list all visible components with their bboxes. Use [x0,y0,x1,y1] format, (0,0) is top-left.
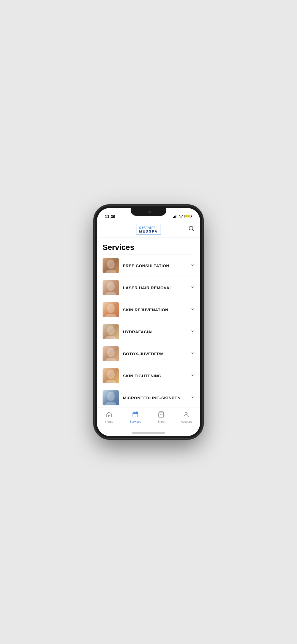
service-item-botox-juvederm[interactable]: BOTOX-JUVEDERM [97,343,200,365]
status-time: 11:39 [105,214,115,219]
svg-rect-10 [135,415,136,415]
chevron-free-consultation [191,263,194,268]
page-title: Services [97,238,200,255]
svg-point-5 [107,348,115,357]
service-label-free-consultation: FREE CONSULTATION [123,263,188,268]
chevron-skin-rejuvenation [191,307,194,312]
svg-rect-13 [135,416,136,416]
tab-shop[interactable]: Shop [153,410,169,424]
status-bar: 11:39 [97,208,200,221]
notch-camera [148,211,151,213]
signal-icon [173,215,178,218]
service-label-skin-tightening: SKIN TIGHTENING [123,373,188,378]
svg-point-3 [107,304,115,313]
home-indicator [97,430,200,436]
svg-point-7 [107,392,115,401]
logo-dermani: dermani [139,225,158,230]
account-icon [183,411,189,419]
svg-rect-9 [134,415,134,415]
tab-bar: Home Services [97,408,200,430]
screen: 11:39 [97,208,200,436]
service-thumb-free-consultation [103,258,119,273]
service-list: FREE CONSULTATIONLASER HAIR REMOVALSKIN … [97,255,200,408]
service-item-laser-hair-removal[interactable]: LASER HAIR REMOVAL [97,277,200,299]
chevron-botox-juvederm [191,351,194,356]
service-item-hydrafacial[interactable]: HYDRAFACIAL [97,321,200,343]
services-icon [132,411,139,419]
service-item-microneedling-skinpen[interactable]: MICRONEEDLING-SKINPEN [97,387,200,408]
svg-point-6 [107,370,115,379]
service-thumb-hydrafacial [103,324,119,339]
service-thumb-skin-tightening [103,368,119,383]
logo-medspa: MEDSPA [139,230,158,233]
logo: dermani MEDSPA [136,224,161,234]
svg-rect-12 [134,416,134,416]
service-thumb-skin-rejuvenation [103,302,119,317]
service-item-free-consultation[interactable]: FREE CONSULTATION [97,255,200,277]
service-label-microneedling-skinpen: MICRONEEDLING-SKINPEN [123,395,188,400]
phone-frame: 11:39 [95,206,202,438]
service-item-skin-tightening[interactable]: SKIN TIGHTENING [97,365,200,387]
app-header: dermani MEDSPA [97,221,200,238]
chevron-microneedling-skinpen [191,395,194,400]
wifi-icon [179,214,183,219]
service-thumb-laser-hair-removal [103,280,119,295]
chevron-hydrafacial [191,329,194,334]
tab-account-label: Account [181,420,192,423]
battery-icon [185,215,192,218]
svg-point-1 [107,260,115,269]
service-label-hydrafacial: HYDRAFACIAL [123,329,188,334]
svg-point-4 [107,326,115,335]
shop-icon [158,411,164,419]
search-button[interactable] [188,226,194,233]
svg-rect-11 [136,415,137,415]
chevron-laser-hair-removal [191,285,194,290]
service-label-skin-rejuvenation: SKIN REJUVENATION [123,307,188,312]
logo-border: dermani MEDSPA [136,224,161,234]
service-item-skin-rejuvenation[interactable]: SKIN REJUVENATION [97,299,200,321]
tab-shop-label: Shop [158,420,165,423]
tab-services-label: Services [130,420,141,423]
tab-services[interactable]: Services [125,410,145,424]
chevron-skin-tightening [191,373,194,378]
tab-account[interactable]: Account [177,410,196,424]
page-content: Services FREE CONSULTATIONLASER HAIR REM… [97,238,200,408]
tab-home[interactable]: Home [101,410,118,424]
service-thumb-microneedling-skinpen [103,390,119,405]
home-indicator-bar [132,432,165,434]
home-icon [106,411,112,419]
svg-point-2 [107,282,115,291]
status-icons [173,214,193,219]
notch [131,208,166,216]
svg-point-14 [185,412,187,414]
service-label-laser-hair-removal: LASER HAIR REMOVAL [123,285,188,290]
tab-home-label: Home [105,420,113,423]
service-thumb-botox-juvederm [103,346,119,361]
service-label-botox-juvederm: BOTOX-JUVEDERM [123,351,188,356]
